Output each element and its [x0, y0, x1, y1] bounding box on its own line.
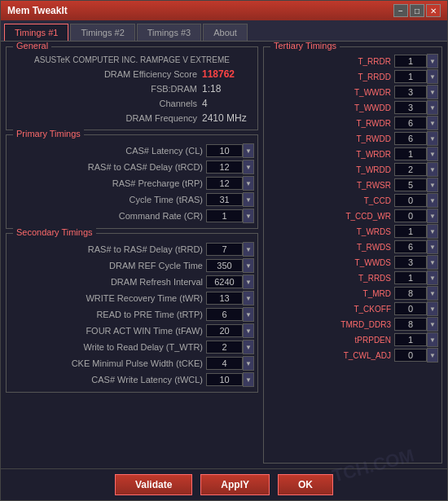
- t-wrdd-input[interactable]: [394, 163, 427, 176]
- primary-dropdown-3[interactable]: ▼: [243, 192, 254, 207]
- t-rwdr-dropdown[interactable]: ▼: [427, 116, 438, 130]
- secondary-dropdown-4[interactable]: ▼: [243, 307, 254, 322]
- tertiary-row-7: T_WRDD ▼: [267, 162, 438, 177]
- tertiary-row-15: T_MRD ▼: [267, 286, 438, 301]
- freq-value: 2410 MHz: [202, 112, 251, 124]
- primary-input-2[interactable]: [206, 177, 243, 190]
- minimize-button[interactable]: −: [393, 4, 408, 17]
- channels-row: Channels 4: [10, 97, 254, 110]
- t-rwds-input[interactable]: [394, 240, 427, 253]
- primary-dropdown-2[interactable]: ▼: [243, 176, 254, 191]
- secondary-input-5[interactable]: [206, 324, 243, 337]
- t-wrdr-dropdown[interactable]: ▼: [427, 147, 438, 161]
- primary-input-1[interactable]: [206, 160, 243, 174]
- primary-input-3[interactable]: [206, 193, 243, 206]
- t-wrdr-input[interactable]: [394, 147, 427, 160]
- primary-input-0[interactable]: [206, 144, 243, 157]
- t-wrdd-dropdown[interactable]: ▼: [427, 162, 438, 177]
- t-rrdd-input[interactable]: [394, 70, 427, 83]
- secondary-dropdown-7[interactable]: ▼: [243, 356, 254, 371]
- primary-dropdown-4[interactable]: ▼: [243, 209, 254, 223]
- primary-input-4[interactable]: [206, 209, 243, 222]
- secondary-dropdown-8[interactable]: ▼: [243, 372, 254, 387]
- tab-about[interactable]: About: [203, 24, 248, 41]
- secondary-input-3[interactable]: [206, 292, 243, 305]
- t-mrd-dropdown[interactable]: ▼: [427, 286, 438, 301]
- secondary-row-1: DRAM REF Cycle Time ▼: [10, 258, 254, 273]
- tprpden-dropdown[interactable]: ▼: [427, 332, 438, 347]
- tertiary-group-label: Tertiary Timings: [270, 42, 340, 51]
- t-wrds-dropdown[interactable]: ▼: [427, 224, 438, 239]
- close-button[interactable]: ✕: [426, 4, 441, 17]
- t-ckoff-input[interactable]: [394, 302, 427, 315]
- secondary-input-4[interactable]: [206, 308, 243, 321]
- tmrd-ddr3-input[interactable]: [394, 318, 427, 331]
- tmrd-ddr3-dropdown[interactable]: ▼: [427, 317, 438, 332]
- channels-value: 4: [202, 98, 251, 109]
- general-group: General ASUSTeK COMPUTER INC. RAMPAGE V …: [6, 46, 258, 130]
- t-rrdr-dropdown[interactable]: ▼: [427, 54, 438, 68]
- t-wwds-input[interactable]: [394, 256, 427, 269]
- t-wwdr-input[interactable]: [394, 86, 427, 99]
- secondary-label-7: CKE Minimul Pulse Width (tCKE): [10, 358, 206, 368]
- secondary-row-3: WRITE Recovery Time (tWR) ▼: [10, 291, 254, 305]
- tprpden-input[interactable]: [394, 333, 427, 346]
- t-rwsr-dropdown[interactable]: ▼: [427, 178, 438, 192]
- t-ccd-wr-dropdown[interactable]: ▼: [427, 209, 438, 223]
- tab-timings2[interactable]: Timings #2: [70, 24, 134, 41]
- tab-timings1[interactable]: Timings #1: [4, 24, 68, 41]
- t-rwds-label: T_RWDS: [267, 243, 394, 252]
- t-rwdr-input[interactable]: [394, 116, 427, 130]
- t-rwdr-label: T_RWDR: [267, 119, 394, 128]
- secondary-input-8[interactable]: [206, 373, 243, 386]
- secondary-input-6[interactable]: [206, 341, 243, 354]
- t-ccd-label: T_CCD: [267, 196, 394, 205]
- t-wwdd-dropdown[interactable]: ▼: [427, 100, 438, 115]
- t-ccd-input[interactable]: [394, 194, 427, 207]
- secondary-dropdown-5[interactable]: ▼: [243, 323, 254, 338]
- t-rrdr-input[interactable]: [394, 55, 427, 68]
- t-rwdd-input[interactable]: [394, 132, 427, 145]
- apply-button[interactable]: ApplY: [200, 474, 270, 495]
- secondary-input-7[interactable]: [206, 357, 243, 370]
- t-rwsr-label: T_RWSR: [267, 181, 394, 190]
- primary-dropdown-0[interactable]: ▼: [243, 143, 254, 158]
- secondary-row-8: CAS# Write Latency (tWCL) ▼: [10, 372, 254, 387]
- secondary-dropdown-1[interactable]: ▼: [243, 258, 254, 273]
- t-ccd-dropdown[interactable]: ▼: [427, 193, 438, 208]
- t-wwdr-dropdown[interactable]: ▼: [427, 85, 438, 99]
- t-wwdd-input[interactable]: [394, 101, 427, 114]
- t-wrds-input[interactable]: [394, 225, 427, 238]
- secondary-row-2: DRAM Refresh Interval ▼: [10, 275, 254, 289]
- t-rwsr-input[interactable]: [394, 178, 427, 191]
- title-buttons: − □ ✕: [393, 4, 441, 17]
- left-panel: General ASUSTeK COMPUTER INC. RAMPAGE V …: [6, 46, 258, 464]
- secondary-dropdown-0[interactable]: ▼: [243, 242, 254, 257]
- secondary-dropdown-3[interactable]: ▼: [243, 291, 254, 305]
- secondary-input-0[interactable]: [206, 243, 243, 256]
- t-rrds-dropdown[interactable]: ▼: [427, 270, 438, 285]
- t-ckoff-dropdown[interactable]: ▼: [427, 301, 438, 316]
- t-rrdd-dropdown[interactable]: ▼: [427, 69, 438, 84]
- t-ccd-wr-input[interactable]: [394, 209, 427, 222]
- secondary-dropdown-6[interactable]: ▼: [243, 340, 254, 354]
- secondary-input-1[interactable]: [206, 259, 243, 272]
- window-title: Mem TweakIt: [7, 5, 68, 16]
- secondary-dropdown-2[interactable]: ▼: [243, 275, 254, 289]
- secondary-input-2[interactable]: [206, 275, 243, 288]
- t-wwds-dropdown[interactable]: ▼: [427, 255, 438, 270]
- primary-dropdown-1[interactable]: ▼: [243, 160, 254, 174]
- secondary-label: Secondary Timings: [13, 227, 96, 237]
- validate-button[interactable]: Validate: [115, 474, 192, 495]
- t-cwl-adj-input[interactable]: [394, 349, 427, 362]
- secondary-label-5: FOUR ACT WIN Time (tFAW): [10, 326, 206, 336]
- t-cwl-adj-dropdown[interactable]: ▼: [427, 348, 438, 363]
- t-rrds-input[interactable]: [394, 271, 427, 284]
- t-rwdd-dropdown[interactable]: ▼: [427, 131, 438, 146]
- secondary-label-8: CAS# Write Latency (tWCL): [10, 375, 206, 385]
- tab-timings3[interactable]: Timings #3: [137, 24, 201, 41]
- ok-button[interactable]: OK: [278, 474, 333, 495]
- t-mrd-input[interactable]: [394, 287, 427, 300]
- maximize-button[interactable]: □: [410, 4, 424, 17]
- t-rwds-dropdown[interactable]: ▼: [427, 240, 438, 254]
